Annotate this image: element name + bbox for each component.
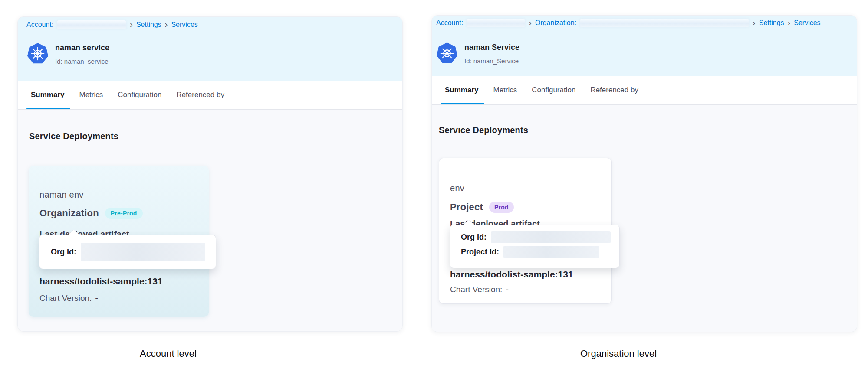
tab-summary[interactable]: Summary <box>445 76 478 104</box>
summary-tab-content: Service Deployments env Project Prod Las… <box>432 105 857 332</box>
org-id-label: Org Id: <box>461 233 487 242</box>
service-title-row: naman Service Id: naman_Service <box>437 42 519 65</box>
breadcrumb: Account: › Organization: › Settings › Se… <box>436 18 821 28</box>
tab-referenced-by[interactable]: Referenced by <box>176 81 224 109</box>
tab-metrics[interactable]: Metrics <box>79 81 103 109</box>
tab-configuration[interactable]: Configuration <box>118 81 161 109</box>
organisation-level-caption: Organisation level <box>580 348 657 359</box>
org-project-id-tooltip: Org Id: Project Id: <box>450 225 620 268</box>
service-name: naman service <box>55 43 109 52</box>
kubernetes-icon <box>27 42 48 65</box>
service-title-block: naman service Id: naman_service <box>55 42 109 65</box>
scope-row: Organization Pre-Prod <box>39 208 143 219</box>
tab-summary[interactable]: Summary <box>31 81 64 109</box>
service-title-row: naman service Id: naman_service <box>27 42 109 65</box>
artifact-name: harness/todolist-sample:131 <box>39 276 163 287</box>
scope-row: Project Prod <box>450 202 514 213</box>
project-id-label: Project Id: <box>461 248 499 257</box>
scope-label[interactable]: Project <box>450 202 483 213</box>
tooltip-row: Org Id: <box>461 231 611 243</box>
chart-version-value: - <box>506 285 508 294</box>
organisation-level-panel: Account: › Organization: › Settings › Se… <box>431 15 857 332</box>
service-header: Account: › Settings › Services <box>18 17 402 81</box>
redacted-org-id-value <box>81 243 205 261</box>
tab-bar: Summary Metrics Configuration Referenced… <box>432 76 857 105</box>
org-id-tooltip: Org Id: <box>39 235 216 269</box>
breadcrumb-services-link[interactable]: Services <box>794 19 820 27</box>
env-type-badge: Prod <box>489 202 514 213</box>
chevron-right-icon: › <box>165 20 168 30</box>
redacted-account-name <box>57 20 126 29</box>
summary-tab-content: Service Deployments naman env Organizati… <box>18 110 402 331</box>
tooltip-row: Project Id: <box>461 246 611 258</box>
chart-version: Chart Version:- <box>39 293 98 303</box>
redacted-project-id-value <box>503 246 599 258</box>
chart-version: Chart Version:- <box>450 285 509 294</box>
environment-name: env <box>450 183 464 193</box>
breadcrumb-account-link[interactable]: Account: <box>436 19 463 27</box>
tooltip-row: Org Id: <box>39 235 216 269</box>
service-title-block: naman Service Id: naman_Service <box>464 42 519 65</box>
service-id: Id: naman_Service <box>464 57 519 65</box>
tab-bar: Summary Metrics Configuration Referenced… <box>18 81 402 110</box>
breadcrumb-account-link[interactable]: Account: <box>26 21 53 29</box>
org-id-label: Org Id: <box>51 248 76 257</box>
tab-referenced-by[interactable]: Referenced by <box>590 76 638 104</box>
breadcrumb-settings-link[interactable]: Settings <box>759 19 784 27</box>
tab-configuration[interactable]: Configuration <box>532 76 575 104</box>
account-level-panel: Account: › Settings › Services <box>17 16 403 332</box>
service-header: Account: › Organization: › Settings › Se… <box>432 16 857 76</box>
chevron-right-icon: › <box>130 20 133 30</box>
section-title: Service Deployments <box>29 131 118 141</box>
tab-metrics[interactable]: Metrics <box>493 76 517 104</box>
chart-version-value: - <box>95 293 98 303</box>
breadcrumb-settings-link[interactable]: Settings <box>136 21 161 29</box>
account-level-caption: Account level <box>140 348 197 359</box>
redacted-organization-name <box>580 19 749 27</box>
section-title: Service Deployments <box>439 125 528 135</box>
artifact-name: harness/todolist-sample:131 <box>450 269 573 280</box>
redacted-account-name <box>467 19 525 27</box>
env-type-badge: Pre-Prod <box>105 208 143 219</box>
chart-version-label: Chart Version: <box>39 293 92 303</box>
redacted-org-id-value <box>491 231 611 243</box>
screenshot-stage: Account: › Settings › Services <box>0 0 868 375</box>
environment-name: naman env <box>39 190 84 200</box>
chevron-right-icon: › <box>788 18 791 28</box>
chevron-right-icon: › <box>753 18 756 28</box>
kubernetes-icon <box>437 42 457 64</box>
scope-label[interactable]: Organization <box>39 208 99 219</box>
breadcrumb-organization-link[interactable]: Organization: <box>535 19 576 27</box>
service-name: naman Service <box>464 43 519 52</box>
breadcrumb: Account: › Settings › Services <box>26 20 198 30</box>
breadcrumb-services-link[interactable]: Services <box>171 21 197 29</box>
service-id: Id: naman_service <box>55 58 109 65</box>
chart-version-label: Chart Version: <box>450 285 502 294</box>
chevron-right-icon: › <box>529 18 532 28</box>
